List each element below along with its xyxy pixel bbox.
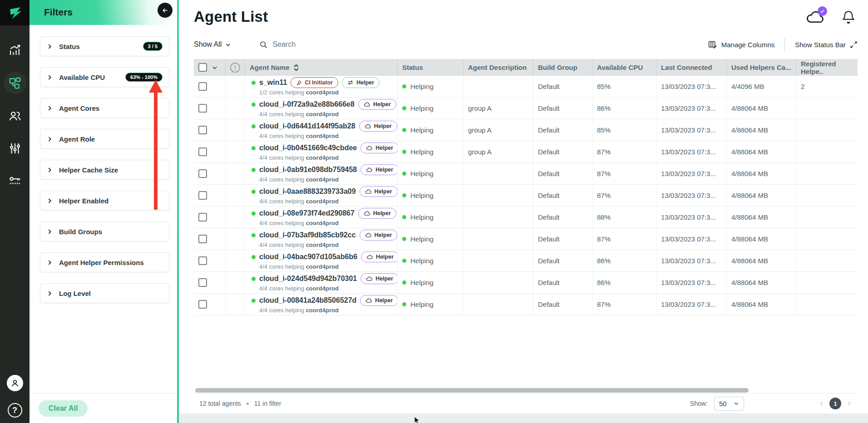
- user-avatar[interactable]: [7, 375, 23, 391]
- agent-badge: Helper: [358, 99, 396, 110]
- online-dot: [252, 103, 256, 107]
- row-checkbox[interactable]: [198, 278, 207, 287]
- agent-name[interactable]: cloud_i-0aae8883239733a09: [259, 187, 356, 196]
- alert-cell: [226, 141, 245, 162]
- show-status-bar-button[interactable]: Show Status Bar: [795, 41, 858, 49]
- agent-badge: Helper: [361, 251, 398, 262]
- row-checkbox[interactable]: [198, 191, 207, 200]
- column-header-description[interactable]: Agent Description: [464, 59, 533, 76]
- status-dot: [402, 150, 406, 154]
- prev-page-button[interactable]: [819, 400, 825, 407]
- row-checkbox[interactable]: [198, 82, 207, 91]
- filter-item[interactable]: Agent Cores: [40, 98, 169, 118]
- table-row[interactable]: cloud_i-07b3af9db85cb92cc Helper 4/4 cor…: [194, 228, 858, 250]
- filter-item-label: Agent Cores: [59, 104, 163, 112]
- filter-item[interactable]: Helper Enabled: [40, 191, 169, 211]
- table-row[interactable]: cloud_i-0f72a9a2e88b666e8 Helper 4/4 cor…: [194, 98, 858, 119]
- agent-badge: Helper: [360, 164, 398, 175]
- row-checkbox[interactable]: [198, 169, 207, 178]
- page-size-select[interactable]: 50: [714, 397, 744, 411]
- online-dot: [252, 212, 256, 216]
- agent-name-cell: cloud_i-0b0451669c49cbdee Helper 4/4 cor…: [245, 141, 398, 162]
- table-row[interactable]: cloud_i-00841a24b8506527d Helper 4/4 cor…: [194, 294, 858, 315]
- filter-item[interactable]: Build Groups: [40, 221, 169, 241]
- sidebar-item-settings[interactable]: [8, 141, 22, 156]
- table-row[interactable]: cloud_i-04bac907d105ab6b6 Helper 4/4 cor…: [194, 250, 858, 272]
- agent-name[interactable]: cloud_i-04bac907d105ab6b6: [259, 253, 357, 261]
- select-all-control[interactable]: [198, 63, 218, 72]
- swap-icon: [347, 80, 354, 85]
- total-agents-label: 12 total agents: [199, 400, 241, 407]
- table-row[interactable]: cloud_i-0aae8883239733a09 Helper 4/4 cor…: [194, 185, 858, 207]
- column-header-last-connected[interactable]: Last Connected: [656, 59, 727, 76]
- clear-all-button[interactable]: Clear All: [39, 400, 88, 417]
- status-dot: [402, 128, 406, 132]
- table-row[interactable]: s_win11 CI InitiatorHelper 1/2 cores hel…: [194, 76, 858, 98]
- status-dot: [402, 280, 406, 285]
- agent-badges: CI InitiatorHelper: [291, 77, 380, 88]
- filter-item[interactable]: Agent Role: [40, 129, 169, 149]
- agent-name[interactable]: cloud_i-07b3af9db85cb92cc: [259, 231, 356, 239]
- current-page[interactable]: 1: [829, 398, 841, 409]
- row-checkbox[interactable]: [198, 256, 207, 265]
- status-label: Helping: [410, 192, 434, 199]
- agent-name-cell: cloud_i-00841a24b8506527d Helper 4/4 cor…: [245, 294, 398, 315]
- show-all-dropdown[interactable]: Show All: [194, 40, 231, 49]
- row-checkbox[interactable]: [198, 213, 207, 221]
- row-checkbox[interactable]: [198, 235, 207, 243]
- column-header-used-helpers[interactable]: Used Helpers Ca...: [727, 59, 796, 76]
- agent-name[interactable]: cloud_i-0f72a9a2e88b666e8: [259, 100, 355, 108]
- filter-item[interactable]: Status 3 / 5: [40, 36, 169, 56]
- row-checkbox[interactable]: [198, 126, 207, 134]
- filter-item[interactable]: Helper Cache Size: [40, 160, 169, 180]
- alert-cell: [226, 294, 245, 315]
- search-input[interactable]: [272, 40, 372, 49]
- agent-name[interactable]: cloud_i-08e973f74ed290867: [259, 209, 355, 217]
- agent-name[interactable]: cloud_i-024d549d942b70301: [259, 275, 357, 283]
- horizontal-scrollbar[interactable]: [195, 388, 749, 393]
- table-row[interactable]: cloud_i-08e973f74ed290867 Helper 4/4 cor…: [194, 207, 858, 228]
- row-checkbox[interactable]: [198, 300, 207, 309]
- notifications-button[interactable]: [842, 10, 855, 25]
- registered-helpers-cell: [796, 119, 858, 141]
- manage-columns-button[interactable]: Manage Columns: [708, 40, 775, 49]
- agent-name[interactable]: s_win11: [259, 79, 287, 87]
- agent-badge: Helper: [360, 295, 398, 306]
- agent-name[interactable]: cloud_i-0b0451669c49cbdee: [259, 144, 357, 152]
- column-header-agent-name[interactable]: Agent Name: [245, 59, 398, 76]
- table-row[interactable]: cloud_i-024d549d942b70301 Helper 4/4 cor…: [194, 272, 858, 294]
- sidebar-item-dashboard[interactable]: [8, 43, 22, 58]
- filter-item[interactable]: Agent Helper Permissions: [40, 252, 169, 272]
- sidebar-item-users[interactable]: [8, 108, 22, 123]
- select-all-checkbox[interactable]: [198, 63, 207, 72]
- key-icon: [8, 174, 22, 188]
- column-header-build-group[interactable]: Build Group: [533, 59, 592, 76]
- table-row[interactable]: cloud_i-0d6441d144f95ab28 Helper 4/4 cor…: [194, 119, 858, 141]
- app-logo[interactable]: [0, 0, 30, 25]
- sort-icon[interactable]: [294, 64, 299, 71]
- column-header-registered-helpers[interactable]: Registered Helpe..: [796, 59, 858, 76]
- column-header-status[interactable]: Status: [398, 59, 464, 76]
- online-dot: [252, 277, 256, 281]
- column-header-available-cpu[interactable]: Available CPU: [592, 59, 656, 76]
- row-checkbox[interactable]: [198, 104, 207, 113]
- available-cpu-cell: 87%: [592, 185, 656, 206]
- cloud-status-button[interactable]: [805, 9, 825, 25]
- next-page-button[interactable]: [846, 400, 852, 407]
- help-button[interactable]: ?: [8, 403, 22, 418]
- sidebar-item-agents[interactable]: [4, 72, 26, 94]
- arrow-left-icon: [162, 7, 169, 14]
- agent-name[interactable]: cloud_i-00841a24b8506527d: [259, 296, 356, 305]
- table-header: ! Agent Name Status Agent Description Bu…: [194, 59, 858, 76]
- collapse-filters-button[interactable]: [158, 3, 173, 18]
- agent-name-cell: cloud_i-0ab91e098db759458 Helper 4/4 cor…: [245, 163, 398, 184]
- row-checkbox[interactable]: [198, 148, 207, 156]
- search-box: [259, 40, 372, 49]
- filter-item-label: Available CPU: [59, 74, 125, 81]
- filter-item[interactable]: Log Level: [40, 283, 169, 303]
- table-row[interactable]: cloud_i-0b0451669c49cbdee Helper 4/4 cor…: [194, 141, 858, 163]
- agent-name[interactable]: cloud_i-0d6441d144f95ab28: [259, 122, 355, 130]
- agent-name[interactable]: cloud_i-0ab91e098db759458: [259, 166, 357, 174]
- table-row[interactable]: cloud_i-0ab91e098db759458 Helper 4/4 cor…: [194, 163, 858, 185]
- sidebar-item-license[interactable]: [8, 174, 22, 188]
